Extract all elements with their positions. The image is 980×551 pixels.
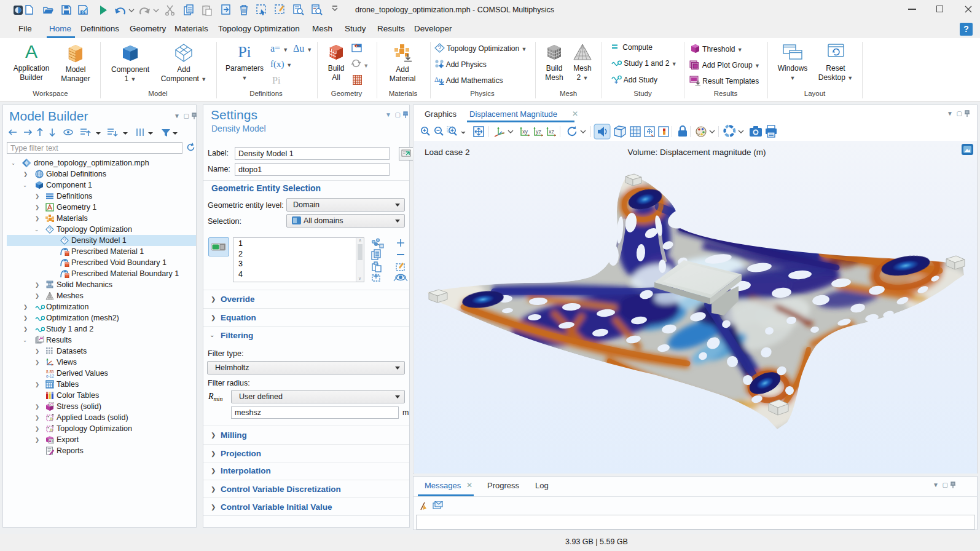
svg-text:xz: xz: [549, 129, 555, 135]
svg-text:?: ?: [438, 45, 442, 52]
svg-text:xy: xy: [522, 129, 528, 135]
svg-text:?: ?: [49, 226, 52, 232]
svg-text:e-12: e-12: [46, 374, 54, 378]
svg-text:Δu: Δu: [434, 76, 442, 83]
svg-text:yz: yz: [536, 129, 542, 135]
svg-text:Pi: Pi: [238, 43, 251, 61]
svg-text:A: A: [25, 43, 37, 61]
svg-text:8.85: 8.85: [46, 370, 54, 374]
svg-text:?: ?: [63, 237, 66, 244]
